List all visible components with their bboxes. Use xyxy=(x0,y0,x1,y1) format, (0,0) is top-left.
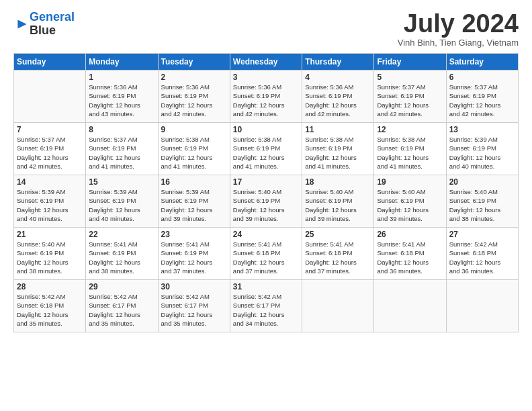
day-number: 13 xyxy=(449,125,515,134)
calendar-cell: 23Sunrise: 5:41 AM Sunset: 6:19 PM Dayli… xyxy=(158,228,230,280)
col-header-thursday: Thursday xyxy=(302,54,374,71)
cell-info: Sunrise: 5:38 AM Sunset: 6:19 PM Dayligh… xyxy=(377,135,443,171)
calendar-cell: 22Sunrise: 5:41 AM Sunset: 6:19 PM Dayli… xyxy=(86,228,158,280)
cell-info: Sunrise: 5:42 AM Sunset: 6:18 PM Dayligh… xyxy=(17,292,83,328)
cell-info: Sunrise: 5:40 AM Sunset: 6:19 PM Dayligh… xyxy=(17,240,83,275)
calendar-cell: 2Sunrise: 5:36 AM Sunset: 6:19 PM Daylig… xyxy=(158,71,230,123)
day-number: 18 xyxy=(305,177,371,187)
calendar-cell: 14Sunrise: 5:39 AM Sunset: 6:19 PM Dayli… xyxy=(14,175,86,228)
cell-info: Sunrise: 5:41 AM Sunset: 6:18 PM Dayligh… xyxy=(377,240,443,275)
calendar-cell: 15Sunrise: 5:39 AM Sunset: 6:19 PM Dayli… xyxy=(86,175,158,228)
cell-info: Sunrise: 5:42 AM Sunset: 6:17 PM Dayligh… xyxy=(233,292,299,328)
cell-info: Sunrise: 5:39 AM Sunset: 6:19 PM Dayligh… xyxy=(89,187,154,223)
cell-info: Sunrise: 5:38 AM Sunset: 6:19 PM Dayligh… xyxy=(161,135,227,171)
col-header-tuesday: Tuesday xyxy=(158,54,230,71)
cell-info: Sunrise: 5:42 AM Sunset: 6:17 PM Dayligh… xyxy=(89,292,154,328)
cell-info: Sunrise: 5:39 AM Sunset: 6:19 PM Dayligh… xyxy=(17,187,83,223)
cell-info: Sunrise: 5:42 AM Sunset: 6:17 PM Dayligh… xyxy=(161,292,227,328)
calendar-cell: 29Sunrise: 5:42 AM Sunset: 6:17 PM Dayli… xyxy=(86,280,158,332)
day-number: 15 xyxy=(89,177,154,187)
cell-info: Sunrise: 5:37 AM Sunset: 6:19 PM Dayligh… xyxy=(377,83,443,118)
calendar-cell: 13Sunrise: 5:39 AM Sunset: 6:19 PM Dayli… xyxy=(446,123,518,175)
day-number: 25 xyxy=(305,230,371,239)
day-number: 24 xyxy=(233,230,299,239)
day-number: 28 xyxy=(17,282,83,291)
day-number: 9 xyxy=(161,125,227,134)
cell-info: Sunrise: 5:40 AM Sunset: 6:19 PM Dayligh… xyxy=(233,187,299,223)
calendar-cell: 25Sunrise: 5:41 AM Sunset: 6:18 PM Dayli… xyxy=(302,228,374,280)
calendar-cell: 8Sunrise: 5:37 AM Sunset: 6:19 PM Daylig… xyxy=(86,123,158,175)
cell-info: Sunrise: 5:36 AM Sunset: 6:19 PM Dayligh… xyxy=(233,83,299,118)
calendar-cell: 10Sunrise: 5:38 AM Sunset: 6:19 PM Dayli… xyxy=(230,123,302,175)
svg-marker-0 xyxy=(17,19,26,28)
logo-text: General Blue xyxy=(30,11,75,38)
month-title: July 2024 xyxy=(398,11,519,36)
calendar-cell: 1Sunrise: 5:36 AM Sunset: 6:19 PM Daylig… xyxy=(86,71,158,123)
calendar-cell: 5Sunrise: 5:37 AM Sunset: 6:19 PM Daylig… xyxy=(374,71,446,123)
day-number: 17 xyxy=(233,177,299,187)
logo-icon xyxy=(15,17,30,32)
day-number: 23 xyxy=(161,230,227,239)
col-header-monday: Monday xyxy=(86,54,158,71)
calendar-cell: 19Sunrise: 5:40 AM Sunset: 6:19 PM Dayli… xyxy=(374,175,446,228)
calendar-cell: 17Sunrise: 5:40 AM Sunset: 6:19 PM Dayli… xyxy=(230,175,302,228)
day-number: 1 xyxy=(89,73,154,82)
day-number: 10 xyxy=(233,125,299,134)
day-number: 11 xyxy=(305,125,371,134)
cell-info: Sunrise: 5:41 AM Sunset: 6:18 PM Dayligh… xyxy=(305,240,371,275)
day-number: 22 xyxy=(89,230,154,239)
title-block: July 2024 Vinh Binh, Tien Giang, Vietnam xyxy=(398,11,519,48)
day-number: 27 xyxy=(449,230,515,239)
cell-info: Sunrise: 5:40 AM Sunset: 6:19 PM Dayligh… xyxy=(377,187,443,223)
day-number: 20 xyxy=(449,177,515,187)
col-header-sunday: Sunday xyxy=(14,54,86,71)
calendar-cell: 11Sunrise: 5:38 AM Sunset: 6:19 PM Dayli… xyxy=(302,123,374,175)
calendar-cell: 28Sunrise: 5:42 AM Sunset: 6:18 PM Dayli… xyxy=(14,280,86,332)
cell-info: Sunrise: 5:42 AM Sunset: 6:18 PM Dayligh… xyxy=(449,240,515,275)
day-number: 30 xyxy=(161,282,227,291)
calendar-table: SundayMondayTuesdayWednesdayThursdayFrid… xyxy=(13,53,519,332)
calendar-cell: 20Sunrise: 5:40 AM Sunset: 6:19 PM Dayli… xyxy=(446,175,518,228)
location: Vinh Binh, Tien Giang, Vietnam xyxy=(398,38,519,48)
calendar-cell: 31Sunrise: 5:42 AM Sunset: 6:17 PM Dayli… xyxy=(230,280,302,332)
calendar-cell xyxy=(302,280,374,332)
calendar-cell: 24Sunrise: 5:41 AM Sunset: 6:18 PM Dayli… xyxy=(230,228,302,280)
cell-info: Sunrise: 5:39 AM Sunset: 6:19 PM Dayligh… xyxy=(449,135,515,171)
week-row-4: 21Sunrise: 5:40 AM Sunset: 6:19 PM Dayli… xyxy=(14,228,519,280)
cell-info: Sunrise: 5:37 AM Sunset: 6:19 PM Dayligh… xyxy=(89,135,154,171)
day-number: 6 xyxy=(449,73,515,82)
col-header-wednesday: Wednesday xyxy=(230,54,302,71)
calendar-cell: 18Sunrise: 5:40 AM Sunset: 6:19 PM Dayli… xyxy=(302,175,374,228)
calendar-cell: 21Sunrise: 5:40 AM Sunset: 6:19 PM Dayli… xyxy=(14,228,86,280)
calendar-cell: 30Sunrise: 5:42 AM Sunset: 6:17 PM Dayli… xyxy=(158,280,230,332)
calendar-cell: 9Sunrise: 5:38 AM Sunset: 6:19 PM Daylig… xyxy=(158,123,230,175)
cell-info: Sunrise: 5:41 AM Sunset: 6:19 PM Dayligh… xyxy=(161,240,227,275)
day-number: 14 xyxy=(17,177,83,187)
day-number: 4 xyxy=(305,73,371,82)
logo-blue: Blue xyxy=(30,24,56,37)
cell-info: Sunrise: 5:40 AM Sunset: 6:19 PM Dayligh… xyxy=(449,187,515,223)
day-number: 29 xyxy=(89,282,154,291)
calendar-cell: 6Sunrise: 5:37 AM Sunset: 6:19 PM Daylig… xyxy=(446,71,518,123)
day-number: 31 xyxy=(233,282,299,291)
calendar-cell: 3Sunrise: 5:36 AM Sunset: 6:19 PM Daylig… xyxy=(230,71,302,123)
calendar-cell xyxy=(446,280,518,332)
calendar-cell xyxy=(14,71,86,123)
day-number: 21 xyxy=(17,230,83,239)
week-row-1: 1Sunrise: 5:36 AM Sunset: 6:19 PM Daylig… xyxy=(14,71,519,123)
page: General Blue July 2024 Vinh Binh, Tien G… xyxy=(0,0,532,339)
calendar-cell: 7Sunrise: 5:37 AM Sunset: 6:19 PM Daylig… xyxy=(14,123,86,175)
logo: General Blue xyxy=(13,11,75,38)
cell-info: Sunrise: 5:36 AM Sunset: 6:19 PM Dayligh… xyxy=(89,83,154,118)
cell-info: Sunrise: 5:36 AM Sunset: 6:19 PM Dayligh… xyxy=(161,83,227,118)
cell-info: Sunrise: 5:38 AM Sunset: 6:19 PM Dayligh… xyxy=(233,135,299,171)
col-header-friday: Friday xyxy=(374,54,446,71)
day-number: 5 xyxy=(377,73,443,82)
day-number: 16 xyxy=(161,177,227,187)
col-header-saturday: Saturday xyxy=(446,54,518,71)
cell-info: Sunrise: 5:40 AM Sunset: 6:19 PM Dayligh… xyxy=(305,187,371,223)
cell-info: Sunrise: 5:37 AM Sunset: 6:19 PM Dayligh… xyxy=(17,135,83,171)
cell-info: Sunrise: 5:41 AM Sunset: 6:19 PM Dayligh… xyxy=(89,240,154,275)
calendar-cell: 16Sunrise: 5:39 AM Sunset: 6:19 PM Dayli… xyxy=(158,175,230,228)
calendar-cell: 12Sunrise: 5:38 AM Sunset: 6:19 PM Dayli… xyxy=(374,123,446,175)
